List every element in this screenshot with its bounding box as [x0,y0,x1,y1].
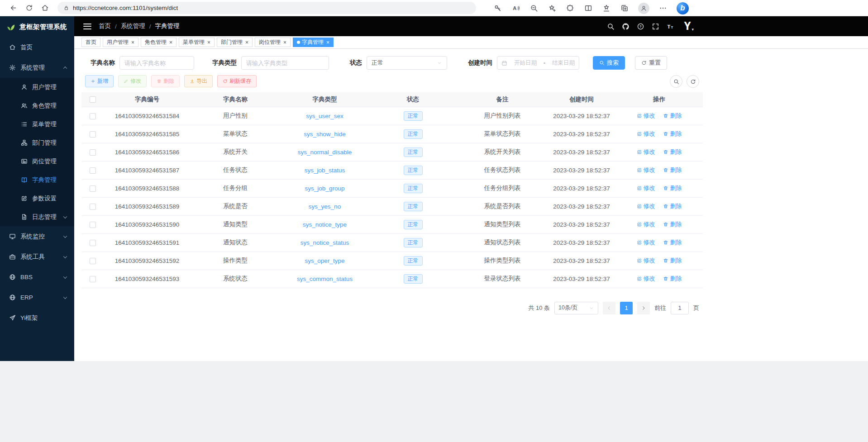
row-delete-button[interactable]: 删除 [663,257,682,265]
page-size-select[interactable]: 10条/页 [554,302,598,314]
sidebar-item[interactable]: 首页 [0,37,74,57]
row-checkbox[interactable] [90,258,96,264]
page-number-button[interactable]: 1 [620,302,633,314]
read-aloud-icon[interactable]: A [511,4,520,13]
row-checkbox[interactable] [90,222,96,228]
prev-page-button[interactable] [603,302,615,314]
sidebar-item[interactable]: 系统监控 [0,226,74,247]
favorites-icon[interactable] [602,4,611,13]
row-edit-button[interactable]: 修改 [637,166,655,174]
tab[interactable]: 菜单管理 × [179,38,215,47]
close-icon[interactable]: × [245,40,248,45]
select-all-checkbox[interactable] [90,96,96,103]
row-delete-button[interactable]: 删除 [663,112,682,120]
sidebar-item[interactable]: 系统管理 [0,57,74,78]
row-edit-button[interactable]: 修改 [637,220,655,228]
close-icon[interactable]: × [169,40,172,45]
close-icon[interactable]: × [283,40,286,45]
toggle-search-button[interactable] [670,75,682,88]
row-checkbox[interactable] [90,240,96,246]
row-edit-button[interactable]: 修改 [637,130,655,138]
dict-type-link[interactable]: sys_job_status [305,167,345,174]
row-delete-button[interactable]: 删除 [663,238,682,247]
sidebar-item[interactable]: 参数设置 [0,189,74,208]
toolbar-button[interactable]: 删除 [151,75,180,87]
row-edit-button[interactable]: 修改 [637,238,655,247]
row-checkbox[interactable] [90,276,96,282]
tab[interactable]: 角色管理 × [141,38,176,47]
row-delete-button[interactable]: 删除 [663,184,682,192]
split-screen-icon[interactable] [584,4,593,13]
row-edit-button[interactable]: 修改 [637,184,655,192]
sidebar-item[interactable]: 用户管理 [0,78,74,96]
help-icon[interactable]: ? [637,23,644,30]
sidebar-item[interactable]: 日志管理 [0,208,74,226]
tab[interactable]: 首页 [81,38,100,47]
dict-type-link[interactable]: sys_yes_no [309,203,341,210]
tab[interactable]: 字典管理 × [293,38,334,47]
dict-type-link[interactable]: sys_show_hide [304,131,345,138]
tab[interactable]: 部门管理 × [217,38,253,47]
sidebar-item[interactable]: 菜单管理 [0,115,74,133]
sidebar-item[interactable]: 字典管理 [0,171,74,189]
row-edit-button[interactable]: 修改 [637,112,655,120]
row-checkbox[interactable] [90,131,96,138]
breadcrumb-home[interactable]: 首页 [99,22,111,30]
dict-type-link[interactable]: sys_common_status [297,276,353,282]
profile-avatar[interactable] [638,3,649,14]
github-icon[interactable] [622,23,630,30]
dict-name-input[interactable] [119,56,194,70]
row-delete-button[interactable]: 删除 [663,202,682,210]
browser-menu-icon[interactable] [658,4,668,13]
home-icon[interactable] [39,2,51,14]
refresh-page-icon[interactable] [23,2,35,14]
toolbar-button[interactable]: 新增 [85,75,114,87]
breadcrumb-system[interactable]: 系统管理 [121,22,145,30]
address-bar[interactable]: https://ccnetcore.com:1101/system/dict [57,2,476,14]
row-delete-button[interactable]: 删除 [663,220,682,228]
hamburger-icon[interactable] [83,24,91,29]
close-icon[interactable]: × [207,40,210,45]
zoom-icon[interactable] [529,4,539,13]
row-checkbox[interactable] [90,167,96,174]
dict-type-link[interactable]: sys_notice_type [303,221,347,228]
dict-type-link[interactable]: sys_user_sex [306,113,343,119]
close-icon[interactable]: × [131,40,134,45]
fullscreen-icon[interactable] [652,23,659,30]
row-delete-button[interactable]: 删除 [663,148,682,156]
sidebar-item[interactable]: Yi框架 [0,308,74,328]
dict-type-link[interactable]: sys_oper_type [305,257,345,264]
reset-button[interactable]: 重置 [635,56,667,70]
sidebar-item[interactable]: BBS [0,267,74,287]
bing-chat-icon[interactable]: b [677,2,689,14]
tab[interactable]: 岗位管理 × [255,38,291,47]
dict-type-link[interactable]: sys_normal_disable [298,149,352,156]
sidebar-item[interactable]: ERP [0,287,74,308]
add-favorite-icon[interactable] [548,4,557,13]
row-edit-button[interactable]: 修改 [637,202,655,210]
toolbar-button[interactable]: 导出 [184,75,213,87]
row-delete-button[interactable]: 删除 [663,275,682,283]
next-page-button[interactable] [637,302,650,314]
user-avatar-menu[interactable]: Y ▾ [684,21,694,32]
back-icon[interactable] [7,2,19,14]
search-button[interactable]: 搜索 [593,56,625,70]
sidebar-item[interactable]: 系统工具 [0,247,74,267]
dict-type-link[interactable]: sys_job_group [305,185,345,192]
sidebar-item[interactable]: 角色管理 [0,96,74,115]
row-delete-button[interactable]: 删除 [663,166,682,174]
goto-page-input[interactable] [671,302,689,314]
row-checkbox[interactable] [90,185,96,192]
row-delete-button[interactable]: 删除 [663,130,682,138]
collections-icon[interactable] [620,4,629,13]
sidebar-item[interactable]: 部门管理 [0,133,74,152]
toolbar-button[interactable]: 刷新缓存 [217,75,257,87]
row-edit-button[interactable]: 修改 [637,275,655,283]
extensions-icon[interactable] [566,4,575,13]
sidebar-item[interactable]: 岗位管理 [0,152,74,171]
status-select[interactable]: 正常 [367,56,447,70]
header-search-icon[interactable] [607,23,615,30]
tab[interactable]: 用户管理 × [103,38,138,47]
dict-type-link[interactable]: sys_notice_status [300,239,349,246]
refresh-table-button[interactable] [687,75,699,88]
